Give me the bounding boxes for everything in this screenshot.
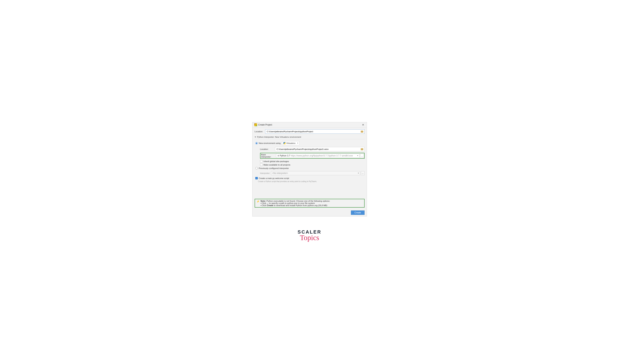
new-env-label: New environment using [259, 142, 281, 144]
prev-config-radio[interactable] [255, 167, 258, 169]
interpreter-dropdown[interactable]: <No interpreter> [271, 171, 360, 175]
note-bold: Note: [261, 200, 266, 202]
window-title: Create Project [258, 123, 272, 126]
folder-icon[interactable] [361, 131, 363, 133]
prev-config-label: Previously configured interpreter [259, 167, 289, 169]
env-location-row: Location: [260, 147, 365, 151]
button-row: Create [253, 209, 367, 216]
interpreter-value: <No interpreter> [272, 172, 288, 175]
base-interpreter-dropdown[interactable]: ⬇ Python 3.7 https://www.python.org/ftp/… [276, 154, 359, 158]
available-label: Make available to all projects [264, 164, 291, 166]
chevron-down-icon [358, 173, 359, 174]
interpreter-section-label: Python Interpreter: New Virtualenv envir… [257, 136, 301, 138]
logo-topics: Topics [297, 233, 322, 242]
python-icon [283, 142, 286, 144]
mainpy-hint: Create a Python script that provides an … [258, 180, 365, 182]
interpreter-label: Interpreter: [260, 172, 271, 174]
note-bullet-2: Click Create to download and install Pyt… [261, 204, 363, 206]
available-row: Make available to all projects [260, 163, 365, 166]
note-box: ⚡ Note: Python executable is not found. … [255, 199, 365, 208]
location-label: Location: [255, 130, 265, 133]
env-settings: Location: Base interpreter: ⬇ Python 3.7… [260, 147, 365, 166]
create-project-dialog: Create Project ✕ Location: Python Interp… [252, 122, 367, 216]
interpreter-section-header[interactable]: Python Interpreter: New Virtualenv envir… [255, 135, 365, 139]
browse-button[interactable]: ... [360, 154, 364, 158]
prev-config-row: Previously configured interpreter [255, 167, 365, 169]
chevron-down-icon [297, 143, 298, 144]
triangle-down-icon [255, 137, 256, 137]
pycharm-icon [254, 123, 257, 126]
dialog-content: Location: Python Interpreter: New Virtua… [253, 128, 367, 209]
venv-dropdown[interactable]: Virtualenv [282, 141, 300, 145]
location-input[interactable] [266, 130, 360, 133]
inherit-label: Inherit global site-packages [264, 160, 289, 162]
title-bar: Create Project ✕ [253, 122, 367, 128]
note-bullet-1: Click ... to specify a path to python.ex… [261, 202, 363, 204]
chevron-down-icon [357, 155, 358, 156]
close-icon[interactable]: ✕ [361, 123, 365, 126]
location-input-wrap[interactable] [265, 129, 365, 134]
mainpy-checkbox[interactable]: ✓ [255, 177, 258, 179]
new-env-radio[interactable] [255, 142, 258, 144]
base-interpreter-label: Base interpreter: [261, 154, 276, 158]
base-interpreter-version: Python 3.7 [280, 154, 290, 157]
interpreter-row: Interpreter: <No interpreter> ... [260, 171, 365, 175]
create-button[interactable]: Create [351, 210, 364, 215]
location-row: Location: [255, 129, 365, 134]
folder-icon[interactable] [361, 148, 363, 150]
inherit-row: Inherit global site-packages [260, 160, 365, 162]
mainpy-label: Create a main.py welcome script [259, 177, 289, 179]
note-lines: Note: Python executable is not found. Ch… [261, 200, 363, 206]
note-text: Python executable is not found. Choose o… [266, 200, 330, 202]
base-interpreter-url: https://www.python.org/ftp/python/3.7.7/… [291, 154, 353, 157]
mainpy-row: ✓ Create a main.py welcome script [255, 177, 365, 179]
lightning-icon: ⚡ [256, 200, 260, 206]
inherit-checkbox[interactable] [260, 160, 262, 162]
download-icon: ⬇ [277, 155, 279, 157]
env-location-label: Location: [260, 148, 275, 150]
interpreter-browse-button[interactable]: ... [361, 171, 365, 175]
note-header: Note: Python executable is not found. Ch… [261, 200, 363, 202]
venv-dropdown-label: Virtualenv [286, 142, 295, 144]
env-location-input[interactable] [276, 148, 360, 150]
base-interpreter-row: Base interpreter: ⬇ Python 3.7 https://w… [260, 153, 365, 159]
available-checkbox[interactable] [260, 163, 262, 166]
scaler-topics-logo: SCALER Topics [297, 229, 322, 242]
new-env-radio-row: New environment using Virtualenv [255, 141, 365, 145]
env-location-input-wrap[interactable] [275, 147, 365, 151]
